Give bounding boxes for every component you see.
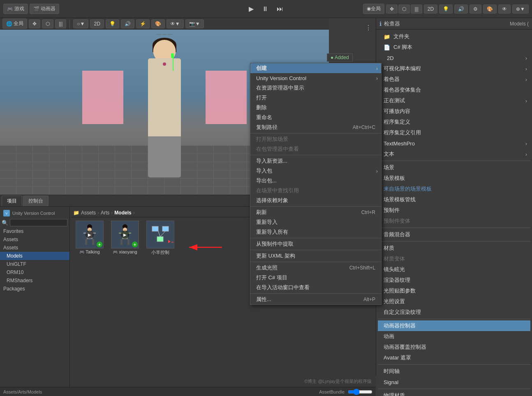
asset-animator-ctrl[interactable]: ← 小羊控制: [144, 221, 177, 256]
menu-animation[interactable]: 动画: [378, 331, 530, 342]
menu-avatar-mask[interactable]: Avatar 遮罩: [378, 352, 530, 363]
gizmos-btn[interactable]: ⚙: [470, 5, 481, 14]
fx-btn[interactable]: 🎨: [483, 5, 497, 14]
menu-physics-material[interactable]: 物理材质: [378, 390, 530, 396]
menu-view-import[interactable]: 在导入活动窗口中查看: [250, 283, 381, 292]
menu-shader[interactable]: 着色器 ›: [378, 74, 530, 85]
sidebar-orm10[interactable]: ORM10: [0, 268, 69, 276]
scene-shapes[interactable]: ○▼: [73, 19, 88, 28]
play-button[interactable]: ▶: [246, 3, 256, 14]
console-tab[interactable]: 控制台: [23, 196, 49, 206]
menu-rename[interactable]: 重命名: [250, 113, 381, 122]
menu-prefab[interactable]: 预制件: [378, 205, 530, 216]
menu-reimport-all[interactable]: 重新导入所有: [250, 227, 381, 237]
sidebar-rmshaders[interactable]: RMShaders: [0, 276, 69, 285]
breadcrumb-arts[interactable]: Arts: [101, 210, 109, 216]
menu-generate-lighting[interactable]: 生成光照 Ctrl+Shift+L: [250, 263, 381, 273]
menu-properties[interactable]: 属性... Alt+P: [250, 295, 381, 304]
lighting-btn[interactable]: 💡: [439, 5, 453, 14]
menu-import-package[interactable]: 导入包 ›: [250, 166, 381, 176]
vis-btn[interactable]: 👁: [498, 5, 511, 14]
scene-vis-btn[interactable]: 👁▼: [167, 19, 184, 28]
sidebar-models[interactable]: Models: [0, 252, 69, 260]
menu-signal[interactable]: Signal: [378, 377, 530, 387]
menu-folder[interactable]: 📁 文件夹: [378, 31, 530, 42]
pause-button[interactable]: ⏸: [259, 4, 271, 14]
tool3[interactable]: |||: [411, 5, 422, 14]
game-tab-btn[interactable]: 🎮 游戏: [3, 4, 28, 14]
menu-from-scene-template[interactable]: 来自场景的场景模板: [378, 184, 530, 194]
menu-delete[interactable]: 删除: [250, 103, 381, 113]
aspect-btn[interactable]: ⊕▼: [512, 5, 529, 14]
menu-assembly-def-ref[interactable]: 程序集定义引用: [378, 127, 530, 138]
play-overlay-talking[interactable]: ▶: [86, 230, 94, 239]
tool1[interactable]: ✥: [386, 5, 398, 14]
menu-export-package[interactable]: 导出包...: [250, 176, 381, 186]
scene-global-btn[interactable]: 🌐全局: [2, 18, 27, 29]
audio-btn[interactable]: 🔊: [454, 5, 468, 14]
menu-import-new[interactable]: 导入新资源...: [250, 156, 381, 166]
sidebar-assets2[interactable]: Assets: [0, 244, 69, 252]
project-tab[interactable]: 项目: [2, 196, 22, 206]
menu-custom-render-texture[interactable]: 自定义渲染纹理: [378, 307, 530, 318]
menu-csharp[interactable]: 📄 C# 脚本: [378, 42, 530, 53]
sidebar-assets[interactable]: Assets: [0, 235, 69, 244]
scene-camera-btn[interactable]: 📷▼: [185, 19, 204, 28]
menu-reimport[interactable]: 重新导入: [250, 217, 381, 227]
menu-scene[interactable]: 场景: [378, 162, 530, 173]
scene-gizmos-btn[interactable]: 🎨: [151, 19, 165, 28]
menu-text[interactable]: 文本 ›: [378, 149, 530, 159]
menu-textmeshpro[interactable]: TextMeshPro ›: [378, 138, 530, 149]
scene-light-btn[interactable]: 💡: [106, 19, 119, 28]
tool2[interactable]: ⬡: [398, 5, 410, 14]
menu-create[interactable]: 创建 ›: [250, 63, 381, 73]
menu-extract-prefab[interactable]: 从预制件中提取: [250, 239, 381, 249]
scene-tool3[interactable]: |||: [55, 19, 66, 28]
menu-update-uxml[interactable]: 更新 UXML 架构: [250, 251, 381, 261]
menu-visual-script[interactable]: 可视化脚本编程 ›: [378, 63, 530, 74]
search-input[interactable]: [10, 219, 67, 226]
menu-lighting-settings[interactable]: 光照设置: [378, 296, 530, 307]
menu-timeline[interactable]: 时间轴: [378, 366, 530, 377]
menu-animator-override[interactable]: 动画器覆盖控制器: [378, 342, 530, 352]
menu-2d[interactable]: 2D ›: [378, 53, 530, 63]
breadcrumb-assets[interactable]: Assets: [81, 210, 96, 216]
asset-talking[interactable]: ▶ + 🎮 Talking: [73, 221, 106, 256]
more-options-btn[interactable]: ⋮: [365, 24, 372, 32]
play-overlay-xiaoyang[interactable]: ▶: [121, 230, 129, 239]
menu-scene-template-pipeline[interactable]: 场景模板管线: [378, 194, 530, 205]
sidebar-packages[interactable]: Packages: [0, 285, 69, 293]
menu-scene-template[interactable]: 场景模板: [378, 173, 530, 184]
menu-playable[interactable]: 可播放内容: [378, 106, 530, 117]
global-btn[interactable]: ◉全局: [363, 4, 384, 14]
menu-copy-path[interactable]: 复制路径 Alt+Ctrl+C: [250, 122, 381, 132]
menu-material-variant[interactable]: 材质变体: [378, 253, 530, 264]
menu-show-explorer[interactable]: 在资源管理器中显示: [250, 83, 381, 93]
menu-unity-vcs[interactable]: Unity Version Control ›: [250, 73, 381, 83]
sidebar-favorites[interactable]: Favorites: [0, 227, 69, 235]
breadcrumb-models[interactable]: Models: [114, 210, 131, 216]
menu-render-texture[interactable]: 渲染器纹理: [378, 275, 530, 285]
sidebar-unigltf[interactable]: UniGLTF: [0, 260, 69, 268]
menu-select-dep[interactable]: 选择依赖对象: [250, 196, 381, 205]
asset-xiaoyang[interactable]: ▶ + 🎮 xiaoyang: [109, 221, 141, 256]
menu-testing[interactable]: 正在测试 ›: [378, 95, 530, 106]
zoom-slider[interactable]: [348, 389, 372, 395]
scene-audio-btn[interactable]: 🔊: [121, 19, 134, 28]
menu-open-csharp[interactable]: 打开 C# 项目: [250, 273, 381, 283]
menu-lens-flare[interactable]: 镜头眩光: [378, 264, 530, 275]
menu-open[interactable]: 打开: [250, 93, 381, 103]
menu-assembly-def[interactable]: 程序集定义: [378, 117, 530, 127]
menu-prefab-variant[interactable]: 预制件变体: [378, 216, 530, 226]
menu-lighting-params[interactable]: 光照贴图参数: [378, 285, 530, 296]
animator-tab-btn[interactable]: 🎬 动画器: [30, 4, 59, 14]
btn-2d[interactable]: 2D: [424, 5, 437, 14]
scene-fx-btn[interactable]: ⚡: [136, 19, 150, 28]
scene-tool2[interactable]: ⬡: [42, 19, 53, 28]
menu-refresh[interactable]: 刷新 Ctrl+R: [250, 207, 381, 217]
scene-tool1[interactable]: ✥: [29, 19, 40, 28]
menu-shader-variant[interactable]: 着色器变体集合: [378, 85, 530, 95]
step-button[interactable]: ⏭: [274, 4, 286, 14]
scene-2d-btn[interactable]: 2D: [90, 19, 104, 28]
menu-material[interactable]: 材质: [378, 243, 530, 253]
